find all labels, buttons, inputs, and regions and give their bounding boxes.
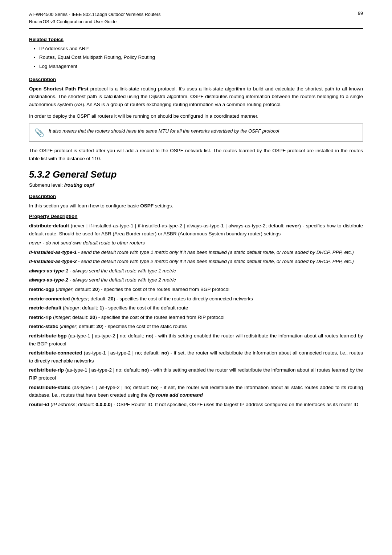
prop-if-installed-type2: if-installed-as-type-2 - send the defaul…	[29, 258, 363, 266]
description-para2: In order to deploy the OSPF all routers …	[29, 112, 363, 120]
prop-type: integer	[65, 305, 79, 311]
related-topics-heading: Related Topics	[29, 37, 363, 42]
prop-redistribute-rip: redistribute-rip (as-type-1 | as-type-2 …	[29, 366, 363, 382]
prop-redistribute-static: redistribute-static (as-type-1 | as-type…	[29, 384, 363, 399]
prop-name: redistribute-static	[29, 385, 70, 390]
prop-redistribute-bgp: redistribute-bgp (as-type-1 | as-type-2 …	[29, 332, 363, 348]
prop-command: /ip route add command	[149, 392, 203, 398]
prop-name: metric-static	[29, 324, 58, 329]
description-heading-2: Description	[29, 194, 363, 199]
prop-default: never	[286, 223, 299, 228]
list-item: Routes, Equal Cost Multipath Routing, Po…	[39, 54, 363, 61]
prop-name-italic: always-as-type-1	[29, 268, 68, 274]
prop-default: 20	[90, 315, 95, 320]
prop-name-italic: if-installed-as-type-2	[29, 259, 77, 264]
prop-default: 20	[93, 287, 98, 292]
submenu-level: Submenu level: /routing ospf	[29, 182, 363, 188]
prop-name: redistribute-connected	[29, 350, 82, 356]
prop-type: IP address	[52, 402, 75, 407]
general-setup-section: 5.3.2 General Setup Submenu level: /rout…	[29, 169, 363, 408]
prop-distribute-default: distribute-default (never | if-installed…	[29, 222, 363, 238]
prop-name-italic: if-installed-as-type-1	[29, 250, 77, 255]
prop-name-italic: never	[29, 240, 41, 246]
property-description-heading: Property Description	[29, 214, 363, 219]
prop-metric-static: metric-static (integer; default: 20) - s…	[29, 323, 363, 331]
description-para1: Open Shortest Path First protocol is a l…	[29, 85, 363, 109]
submenu-path: /routing ospf	[64, 182, 94, 188]
note-icon: 📎	[34, 128, 44, 138]
chapter-name: General Setup	[53, 169, 117, 180]
note-box: 📎 It also means that the routers should …	[29, 123, 363, 142]
chapter-title: 5.3.2 General Setup	[29, 169, 363, 180]
prop-type: integer	[55, 315, 70, 320]
prop-default: 0.0.0.0	[95, 402, 110, 407]
description-heading: Description	[29, 77, 363, 82]
prop-name: metric-bgp	[29, 287, 54, 292]
prop-name-bold-italic: if-installed-as-type-1	[29, 250, 77, 255]
prop-name: metric-default	[29, 305, 61, 311]
ospf-bold-2: OSPF	[140, 203, 154, 208]
prop-if-installed-type1: if-installed-as-type-1 - send the defaul…	[29, 248, 363, 256]
header-line1: AT-WR4500 Series - IEEE 802.11abgh Outdo…	[29, 11, 160, 18]
prop-always-type1: always-as-type-1 - always send the defau…	[29, 267, 363, 275]
prop-default: 1	[99, 305, 102, 311]
prop-default: 20	[96, 324, 102, 329]
prop-name: metric-rip	[29, 315, 52, 320]
related-topics-list: IP Addresses and ARP Routes, Equal Cost …	[39, 45, 363, 70]
prop-name-bold-italic: if-installed-as-type-2	[29, 259, 77, 264]
page-container: AT-WR4500 Series - IEEE 802.11abgh Outdo…	[0, 0, 392, 437]
prop-redistribute-connected: redistribute-connected (as-type-1 | as-t…	[29, 349, 363, 365]
note-text: It also means that the routers should ha…	[49, 127, 279, 135]
prop-metric-connected: metric-connected (integer; default: 20) …	[29, 295, 363, 303]
prop-name: redistribute-bgp	[29, 333, 67, 339]
prop-type: integer	[61, 324, 76, 329]
prop-default: no	[151, 385, 157, 390]
chapter-num: 5.3.2	[29, 169, 50, 180]
prop-name: distribute-default	[29, 223, 69, 228]
header-left: AT-WR4500 Series - IEEE 802.11abgh Outdo…	[29, 11, 160, 25]
prop-type: integer	[73, 296, 88, 301]
properties-list: distribute-default (never | if-installed…	[29, 222, 363, 408]
header-line2: RouterOS v3 Configuration and User Guide	[29, 18, 160, 25]
after-note-text: The OSPF protocol is started after you w…	[29, 147, 363, 162]
prop-default: no	[142, 367, 148, 373]
related-topics-section: Related Topics IP Addresses and ARP Rout…	[29, 37, 363, 70]
prop-metric-rip: metric-rip (integer; default: 20) - spec…	[29, 313, 363, 321]
prop-command-bold: /ip route add command	[149, 392, 203, 398]
prop-name-bold-italic: always-as-type-2	[29, 277, 68, 283]
list-item: IP Addresses and ARP	[39, 45, 363, 52]
page-header: AT-WR4500 Series - IEEE 802.11abgh Outdo…	[29, 11, 363, 29]
list-item: Log Management	[39, 63, 363, 70]
prop-name-bold-italic: always-as-type-1	[29, 268, 68, 274]
prop-router-id: router-id (IP address; default: 0.0.0.0)…	[29, 401, 363, 409]
prop-name: redistribute-rip	[29, 367, 64, 373]
general-setup-description: In this section you will learn how to co…	[29, 202, 363, 210]
ospf-bold: Open Shortest Path First	[29, 86, 88, 92]
prop-name-italic: always-as-type-2	[29, 277, 68, 283]
prop-default: no	[146, 333, 152, 339]
prop-metric-bgp: metric-bgp (integer; default: 20) - spec…	[29, 285, 363, 293]
prop-name: router-id	[29, 402, 49, 407]
prop-name: metric-connected	[29, 296, 70, 301]
description-section: Description Open Shortest Path First pro…	[29, 77, 363, 163]
prop-metric-default: metric-default (integer; default: 1) - s…	[29, 304, 363, 312]
prop-type: integer	[57, 287, 72, 292]
prop-default: no	[161, 350, 167, 356]
prop-never: never - do not send own default route to…	[29, 239, 363, 247]
prop-default: 20	[108, 296, 114, 301]
page-number: 99	[358, 11, 363, 16]
prop-always-type2: always-as-type-2 - always send the defau…	[29, 276, 363, 284]
